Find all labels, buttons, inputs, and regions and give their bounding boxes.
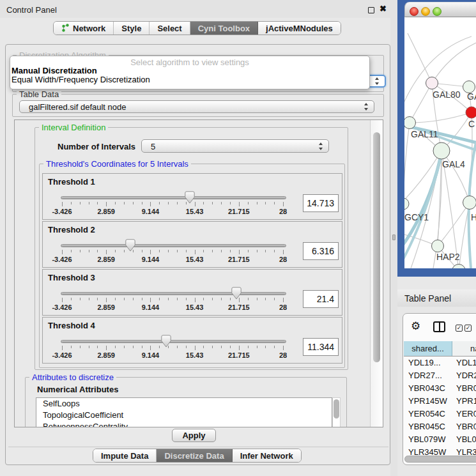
close-icon[interactable]: ✖ xyxy=(380,4,387,13)
threshold-value-field[interactable]: 14.713 xyxy=(303,194,339,212)
node-label-H: H xyxy=(471,212,476,222)
table-row[interactable]: YER054CYER0 xyxy=(404,408,476,420)
tab-jactivemnodules[interactable]: jActiveMNodules xyxy=(258,22,341,35)
tick-label: -3.426 xyxy=(46,208,78,215)
tick-label: 15.43 xyxy=(179,303,211,311)
tick-label: 2.859 xyxy=(90,351,122,359)
column-header-shared-name[interactable]: shared... xyxy=(404,341,452,356)
number-of-intervals-label: Number of Intervals xyxy=(58,142,135,151)
threshold-slider-thumb[interactable] xyxy=(231,287,242,300)
divider-handle[interactable] xyxy=(392,234,395,240)
network-node-GCY1[interactable] xyxy=(404,198,409,210)
node-label-C: C xyxy=(468,119,475,129)
attribute-item[interactable]: SelfLoops xyxy=(36,398,332,410)
split-columns-icon[interactable] xyxy=(433,321,445,332)
network-node-GAL4[interactable] xyxy=(433,142,450,159)
table-panel-title: Table Panel xyxy=(404,293,451,303)
zoom-window-icon[interactable] xyxy=(433,7,441,16)
node-label-GA: GA xyxy=(467,91,476,102)
network-node-GAL80[interactable] xyxy=(426,77,438,89)
threshold-label: Threshold 4 xyxy=(48,321,95,330)
attributes-list-scrollbar[interactable] xyxy=(332,397,341,427)
tick-label: 2.859 xyxy=(90,256,122,263)
node-label-GAL11: GAL11 xyxy=(411,129,438,139)
tick-label: -3.426 xyxy=(46,256,78,263)
tick-label: -3.426 xyxy=(46,351,78,359)
checkbox-icon[interactable]: ✓ xyxy=(464,325,472,332)
gear-icon[interactable]: ⚙ xyxy=(411,321,420,332)
network-node-GAL11[interactable] xyxy=(404,117,416,129)
numerical-attributes-label: Numerical Attributes xyxy=(37,385,118,394)
tab-style[interactable]: Style xyxy=(114,22,150,35)
threshold-value-field[interactable]: 21.4 xyxy=(303,290,339,308)
node-label-HAP2: HAP2 xyxy=(436,252,460,262)
number-of-intervals-combo[interactable]: 5 xyxy=(141,139,329,153)
control-panel-titlebar: Control Panel ✖ xyxy=(0,0,397,18)
combo-arrows-icon xyxy=(364,103,369,111)
cyni-toolbox-panel: Discretization Algorithm Table Data galF… xyxy=(5,44,390,465)
float-window-icon[interactable] xyxy=(368,7,374,13)
tick-label: 9.144 xyxy=(134,256,166,263)
table-row[interactable]: YPR145WYPR1 xyxy=(404,395,476,408)
tick-label: 15.43 xyxy=(179,256,211,263)
table-row[interactable]: YDR27...YDR2 xyxy=(404,369,476,382)
table-row[interactable]: YBR045CYBR0 xyxy=(404,420,476,433)
numerical-attributes-list[interactable]: SelfLoopsTopologicalCoefficientBetweenne… xyxy=(36,397,332,427)
table-row[interactable]: YBL079WYBL0 xyxy=(404,433,476,446)
tick-label: 9.144 xyxy=(134,351,166,359)
threshold-slider-track[interactable] xyxy=(61,292,286,295)
table-panel-header: Table Panel xyxy=(397,289,476,307)
checkbox-icon[interactable]: ✓ xyxy=(456,325,463,332)
threshold-label: Threshold 2 xyxy=(48,225,95,234)
settings-scrollpane: Interval Definition Number of Intervals … xyxy=(14,119,383,427)
interval-definition-group: Interval Definition Number of Intervals … xyxy=(35,127,348,370)
popup-item[interactable]: Equal Width/Frequency Discretization xyxy=(12,75,150,84)
tab-network[interactable]: Network xyxy=(54,22,114,35)
attribute-item[interactable]: TopologicalCoefficient xyxy=(36,410,332,421)
attribute-item[interactable]: BetweennessCentrality xyxy=(36,421,332,427)
tick-label: 21.715 xyxy=(223,256,255,263)
node-label-GAL80: GAL80 xyxy=(433,89,461,100)
threshold-slider-thumb[interactable] xyxy=(125,239,135,252)
network-node-H-node[interactable] xyxy=(463,196,476,210)
threshold-slider-track[interactable] xyxy=(61,244,286,247)
table-hscrollbar[interactable] xyxy=(404,456,476,463)
threshold-slider-track[interactable] xyxy=(61,196,286,199)
threshold-value-field[interactable]: 11.344 xyxy=(303,338,339,356)
minimize-window-icon[interactable] xyxy=(421,7,430,16)
table-rows: YDL19...YDL1YDR27...YDR2YBR043CYBR0YPR14… xyxy=(404,357,476,459)
tick-label: 2.859 xyxy=(90,303,122,311)
close-window-icon[interactable] xyxy=(410,7,418,16)
tab-select[interactable]: Select xyxy=(150,22,190,35)
threshold-slider-track[interactable] xyxy=(61,340,286,343)
tick-label: 28 xyxy=(267,256,299,263)
settings-scrollbar[interactable] xyxy=(370,120,383,427)
column-header-name[interactable]: na xyxy=(452,341,476,356)
threshold-value-field[interactable]: 6.316 xyxy=(303,242,339,260)
tab-discretize-data[interactable]: Discretize Data xyxy=(157,449,232,462)
table-row[interactable]: YDL19...YDL1 xyxy=(404,357,476,369)
threshold-slider-thumb[interactable] xyxy=(185,191,195,204)
network-node-red-node[interactable] xyxy=(466,107,476,118)
threshold-slider-thumb[interactable] xyxy=(161,335,171,348)
network-window-titlebar xyxy=(404,2,476,17)
attributes-group: Attributes to discretize Numerical Attri… xyxy=(25,377,347,427)
control-panel-title: Control Panel xyxy=(6,5,57,15)
tab-cyni-toolbox[interactable]: Cyni Toolbox xyxy=(190,22,258,35)
node-label-GAL4: GAL4 xyxy=(442,159,465,169)
tick-label: 21.715 xyxy=(223,208,255,215)
tick-label: 28 xyxy=(267,351,299,359)
table-row[interactable]: YBR043CYBR0 xyxy=(404,382,476,395)
node-table: ⚙ ✓ ✓ shared... na YDL19...YDL1YDR27...Y… xyxy=(403,313,476,465)
network-node-HAP2[interactable] xyxy=(432,240,444,252)
tab-infer-network[interactable]: Infer Network xyxy=(233,449,301,462)
table-data-combo[interactable]: galFiltered.sif default node xyxy=(19,100,374,113)
threshold-panel: Threshold 4-3.4262.8599.14415.4321.71528… xyxy=(42,317,342,364)
threshold-panel: Threshold 3-3.4262.8599.14415.4321.71528… xyxy=(42,269,342,316)
settings-scrollbar-thumb[interactable] xyxy=(373,132,380,362)
network-canvas[interactable]: GAL80GACGAL11GAL4GCY1HHAP2 xyxy=(404,17,476,268)
apply-button[interactable]: Apply xyxy=(172,429,216,442)
cyni-bottom-tabbar: Impute DataDiscretize DataInfer Network xyxy=(93,449,302,463)
combo-arrows-icon xyxy=(319,142,323,150)
tab-impute-data[interactable]: Impute Data xyxy=(93,449,157,462)
